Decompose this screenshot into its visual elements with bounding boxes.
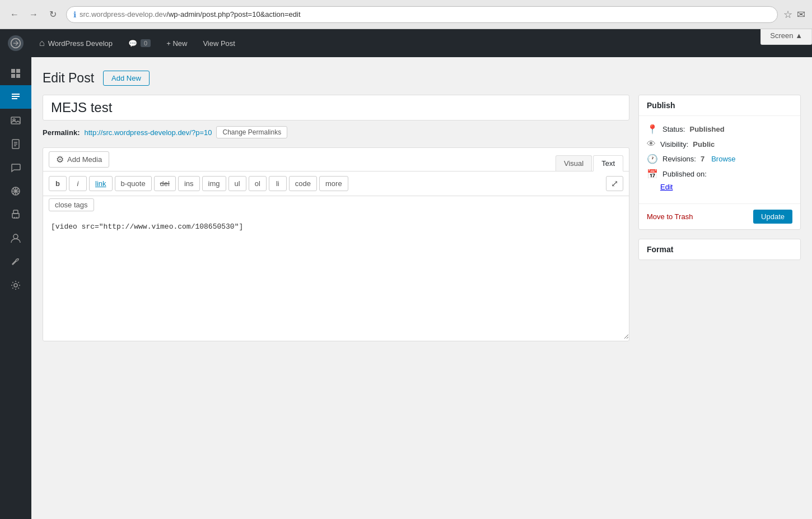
- post-title-input[interactable]: [43, 95, 629, 121]
- post-content-editor[interactable]: [video src="http://www.vimeo.com/1086505…: [43, 216, 629, 339]
- post-sidebar: Publish 📍 Status: Published: [638, 95, 801, 260]
- publish-status-row: 📍 Status: Published: [647, 122, 792, 137]
- format-box-title: Format: [639, 239, 800, 260]
- publish-metabox-header: Publish: [639, 95, 800, 116]
- mail-icon[interactable]: ✉: [797, 8, 805, 21]
- permalink-link[interactable]: http://src.wordpress-develop.dev/?p=10: [84, 128, 212, 137]
- format-btn-img[interactable]: img: [202, 176, 226, 191]
- editor-box: ⚙ Add Media Visual Text b: [43, 147, 629, 341]
- published-on-edit-link[interactable]: Edit: [660, 183, 673, 191]
- add-new-button[interactable]: Add New: [103, 71, 150, 86]
- format-btn-i[interactable]: i: [69, 176, 87, 191]
- revisions-icon: 🕐: [647, 154, 658, 164]
- visibility-value: Public: [693, 140, 715, 149]
- toolbar-left: ⚙ Add Media: [49, 151, 109, 171]
- add-media-button[interactable]: ⚙ Add Media: [49, 151, 109, 168]
- sidebar-item-comments[interactable]: [0, 156, 31, 179]
- publish-visibility-row: 👁 Visibility: Public: [647, 137, 792, 151]
- publish-revisions-row: 🕐 Revisions: 7 Browse: [647, 151, 792, 166]
- permalink-label: Permalink:: [43, 128, 80, 137]
- sidebar-item-posts[interactable]: [0, 85, 31, 109]
- sidebar-item-dashboard[interactable]: [0, 62, 31, 85]
- comments-count: 0: [141, 39, 151, 47]
- browser-chrome: ← → ↻ ℹ src.wordpress-develop.dev/wp-adm…: [0, 0, 812, 29]
- format-btn-link[interactable]: link: [89, 176, 113, 191]
- wp-sidebar: [0, 57, 31, 519]
- revisions-link[interactable]: Browse: [711, 155, 735, 163]
- calendar-icon: 📅: [647, 169, 658, 179]
- home-icon: ⌂: [39, 38, 45, 48]
- svg-rect-5: [11, 117, 20, 124]
- publish-published-on-row: 📅 Published on:: [647, 166, 792, 182]
- permalink-row: Permalink: http://src.wordpress-develop.…: [43, 126, 629, 138]
- forward-button[interactable]: →: [26, 7, 41, 22]
- format-buttons-row: b i link b-quote del ins img ul ol li co…: [43, 172, 629, 196]
- format-btn-b[interactable]: b: [49, 176, 67, 191]
- close-tags-button[interactable]: close tags: [49, 198, 94, 211]
- close-tags-row: close tags: [43, 196, 629, 216]
- admin-bar-items: ⌂ WordPress Develop 💬 0 + New View Post: [31, 29, 812, 57]
- move-to-trash-link[interactable]: Move to Trash: [647, 212, 693, 221]
- svg-rect-1: [11, 69, 15, 73]
- format-btn-bquote[interactable]: b-quote: [115, 176, 152, 191]
- update-button[interactable]: Update: [753, 210, 792, 224]
- refresh-button[interactable]: ↻: [45, 7, 60, 22]
- bookmark-icon[interactable]: ☆: [783, 8, 792, 21]
- page-title: Edit Post: [43, 71, 94, 86]
- address-url: src.wordpress-develop.dev/wp-admin/post.…: [80, 10, 301, 18]
- wp-logo[interactable]: [0, 29, 31, 57]
- site-name-label: WordPress Develop: [48, 39, 113, 48]
- publish-metabox-content: 📍 Status: Published 👁 Visibility:: [639, 116, 800, 200]
- tab-visual[interactable]: Visual: [556, 155, 592, 171]
- tab-text[interactable]: Text: [593, 155, 623, 172]
- format-btn-more[interactable]: more: [319, 176, 348, 191]
- sidebar-item-tools[interactable]: [0, 250, 31, 274]
- status-value: Published: [689, 125, 724, 133]
- new-label: + New: [166, 39, 187, 48]
- sidebar-item-appearance[interactable]: [0, 179, 31, 203]
- add-media-label: Add Media: [67, 155, 102, 164]
- revisions-label: Revisions:: [662, 155, 696, 163]
- page-title-row: Edit Post Add New: [43, 68, 801, 86]
- admin-bar-view-post[interactable]: View Post: [195, 29, 243, 57]
- format-btn-ol[interactable]: ol: [249, 176, 267, 191]
- admin-bar-new[interactable]: + New: [158, 29, 195, 57]
- format-btn-li[interactable]: li: [269, 176, 287, 191]
- sidebar-item-pages[interactable]: [0, 132, 31, 156]
- wp-main-content: Edit Post Add New Permalink: http://src.…: [31, 57, 812, 519]
- svg-point-11: [14, 284, 17, 287]
- info-icon: ℹ: [73, 10, 76, 19]
- format-btn-ins[interactable]: ins: [178, 176, 200, 191]
- comments-icon: 💬: [128, 39, 137, 48]
- visibility-label: Visibility:: [660, 140, 688, 149]
- sidebar-item-plugins[interactable]: [0, 203, 31, 226]
- format-btn-code[interactable]: code: [289, 176, 317, 191]
- browser-nav: ← → ↻: [7, 7, 60, 22]
- wp-logo-icon: [8, 35, 24, 51]
- sidebar-item-media[interactable]: [0, 109, 31, 132]
- sidebar-item-users[interactable]: [0, 226, 31, 250]
- format-btn-del[interactable]: del: [154, 176, 176, 191]
- svg-rect-9: [13, 210, 18, 214]
- fullscreen-button[interactable]: ⤢: [606, 176, 623, 191]
- publish-metabox: Publish 📍 Status: Published: [638, 95, 801, 230]
- sidebar-item-settings[interactable]: [0, 274, 31, 297]
- svg-rect-4: [16, 74, 20, 78]
- svg-point-10: [13, 234, 18, 239]
- publish-box-title: Publish: [647, 101, 675, 110]
- format-btn-ul[interactable]: ul: [228, 176, 246, 191]
- change-permalinks-button[interactable]: Change Permalinks: [216, 126, 287, 138]
- status-icon: 📍: [647, 124, 658, 135]
- screen-options-tab[interactable]: Screen ▲: [760, 29, 812, 45]
- browser-actions: ☆ ✉: [783, 8, 805, 21]
- address-bar[interactable]: ℹ src.wordpress-develop.dev/wp-admin/pos…: [66, 6, 778, 23]
- admin-bar-comments[interactable]: 💬 0: [120, 29, 158, 57]
- post-main: Permalink: http://src.wordpress-develop.…: [43, 95, 629, 341]
- admin-bar-home[interactable]: ⌂ WordPress Develop: [31, 29, 120, 57]
- back-button[interactable]: ←: [7, 7, 22, 22]
- wp-admin-bar: ⌂ WordPress Develop 💬 0 + New View Post: [0, 29, 812, 57]
- publish-actions: Move to Trash Update: [639, 203, 800, 229]
- revisions-value: 7: [701, 155, 704, 163]
- published-on-label: Published on:: [662, 170, 707, 178]
- view-post-label: View Post: [203, 39, 235, 48]
